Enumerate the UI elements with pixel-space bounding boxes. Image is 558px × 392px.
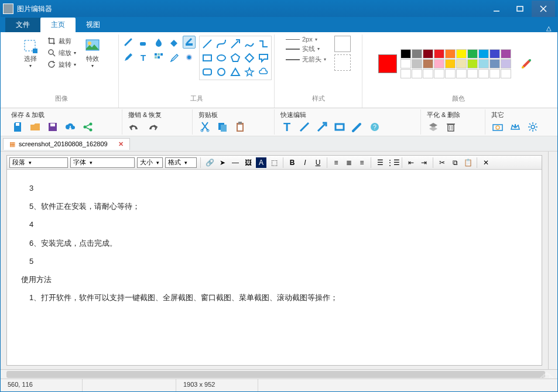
palette-color[interactable]: [423, 69, 433, 78]
palette-color[interactable]: [412, 69, 422, 78]
et-image-icon[interactable]: 🖼: [243, 157, 254, 168]
palette-color[interactable]: [501, 59, 511, 68]
minimize-button[interactable]: [485, 1, 508, 17]
quick-line-icon[interactable]: [298, 121, 311, 133]
palette-color[interactable]: [423, 59, 433, 68]
style-line-row[interactable]: 实线▾: [286, 44, 326, 53]
shape-diamond-icon[interactable]: [243, 51, 256, 64]
tool-eraser-icon[interactable]: [137, 36, 150, 49]
shape-freehand-icon[interactable]: [243, 37, 256, 50]
et-indent-icon[interactable]: ⇥: [419, 157, 429, 168]
palette-color[interactable]: [445, 69, 456, 78]
palette-color[interactable]: [434, 49, 444, 59]
crop-button[interactable]: 裁剪: [46, 36, 77, 46]
save-as-icon[interactable]: [46, 121, 59, 133]
shape-polygon-icon[interactable]: [229, 51, 242, 64]
tool-drop-icon[interactable]: [152, 36, 165, 49]
et-align-center-icon[interactable]: ≣: [344, 157, 354, 168]
quick-text-icon[interactable]: T: [280, 121, 293, 133]
tool-fill-icon[interactable]: [167, 36, 180, 49]
tab-view[interactable]: 视图: [76, 18, 111, 32]
combo-size[interactable]: 大小▾: [137, 157, 163, 168]
shape-roundrect-icon[interactable]: [201, 66, 214, 78]
palette-color[interactable]: [467, 69, 478, 78]
et-outdent-icon[interactable]: ⇤: [406, 157, 416, 168]
palette-color[interactable]: [478, 69, 489, 78]
tool-text-icon[interactable]: T: [137, 51, 150, 64]
palette-color[interactable]: [412, 59, 422, 68]
palette-color[interactable]: [489, 59, 500, 68]
et-align-right-icon[interactable]: ≡: [357, 157, 367, 168]
palette-color[interactable]: [467, 49, 478, 59]
palette-color[interactable]: [434, 59, 444, 68]
save-icon[interactable]: [11, 121, 24, 133]
close-button[interactable]: [532, 1, 555, 17]
stroke-swatch[interactable]: [334, 54, 351, 71]
tool-brush-icon[interactable]: [122, 36, 135, 49]
shape-cloud-icon[interactable]: [257, 66, 270, 78]
rotate-button[interactable]: 旋转▾: [46, 59, 77, 70]
cloud-icon[interactable]: [64, 121, 77, 133]
et-align-left-icon[interactable]: ≡: [331, 157, 341, 168]
et-hr-icon[interactable]: —: [230, 157, 241, 168]
shape-connector-icon[interactable]: [257, 37, 270, 50]
et-cursor-icon[interactable]: ➤: [217, 157, 228, 168]
vertical-scrollbar[interactable]: [548, 152, 557, 369]
undo-icon[interactable]: [128, 121, 141, 133]
palette-color[interactable]: [400, 49, 411, 59]
crown-icon[interactable]: [509, 121, 522, 133]
document-tab[interactable]: ▦ screenshot_20180808_162809 ✕: [3, 138, 130, 150]
shape-line-icon[interactable]: [201, 37, 214, 50]
zoom-button[interactable]: 缩放▾: [46, 47, 77, 58]
et-bgcolor-icon[interactable]: ⬚: [269, 157, 279, 168]
fill-swatch[interactable]: [334, 36, 351, 52]
flatten-icon[interactable]: [427, 121, 440, 133]
shape-triangle-icon[interactable]: [229, 66, 242, 78]
tab-file[interactable]: 文件: [5, 18, 40, 32]
tab-home[interactable]: 主页: [40, 18, 76, 32]
et-underline-icon[interactable]: U: [313, 157, 323, 168]
tool-dropper-icon[interactable]: [167, 51, 180, 64]
palette-color[interactable]: [467, 59, 478, 68]
et-cut-icon[interactable]: ✂: [437, 157, 447, 168]
palette-color[interactable]: [456, 69, 467, 78]
et-close-icon[interactable]: ✕: [481, 157, 491, 168]
delete-icon[interactable]: [444, 121, 457, 133]
color-picker-button[interactable]: [515, 53, 538, 74]
horizontal-scrollbar[interactable]: [1, 369, 557, 379]
combo-font[interactable]: 字体▾: [70, 157, 135, 168]
document-tab-close-icon[interactable]: ✕: [118, 140, 124, 148]
palette-color[interactable]: [501, 49, 511, 59]
palette-color[interactable]: [434, 69, 444, 78]
et-italic-icon[interactable]: I: [300, 157, 310, 168]
shape-callout-icon[interactable]: [257, 51, 270, 64]
share-icon[interactable]: [81, 121, 94, 133]
maximize-button[interactable]: [508, 1, 532, 17]
tool-marker-icon[interactable]: [183, 36, 196, 49]
shape-ellipse-icon[interactable]: [215, 51, 228, 64]
quick-rect-icon[interactable]: [333, 121, 346, 133]
palette-color[interactable]: [445, 49, 456, 59]
palette-color[interactable]: [456, 59, 467, 68]
paste-icon[interactable]: [234, 121, 247, 133]
shape-star-icon[interactable]: [243, 66, 256, 78]
et-link-icon[interactable]: 🔗: [204, 157, 215, 168]
palette-color[interactable]: [489, 49, 500, 59]
select-button[interactable]: 选择▾: [19, 36, 42, 71]
palette-color[interactable]: [423, 49, 433, 59]
open-icon[interactable]: [29, 121, 42, 133]
copy-icon[interactable]: [216, 121, 229, 133]
et-paste-icon[interactable]: 📋: [463, 157, 473, 168]
shape-rect-icon[interactable]: [201, 51, 214, 64]
palette-color[interactable]: [478, 49, 489, 59]
combo-paragraph[interactable]: 段落▾: [9, 157, 68, 168]
current-color-swatch[interactable]: [378, 54, 397, 73]
tool-blur-icon[interactable]: [183, 51, 196, 64]
palette-color[interactable]: [400, 69, 411, 78]
quick-highlight-icon[interactable]: ?: [368, 121, 381, 133]
shape-curve-icon[interactable]: [215, 37, 228, 50]
palette-color[interactable]: [478, 59, 489, 68]
shape-arrow-icon[interactable]: [229, 37, 242, 50]
effects-button[interactable]: 特效▾: [81, 36, 104, 71]
redo-icon[interactable]: [146, 121, 159, 133]
